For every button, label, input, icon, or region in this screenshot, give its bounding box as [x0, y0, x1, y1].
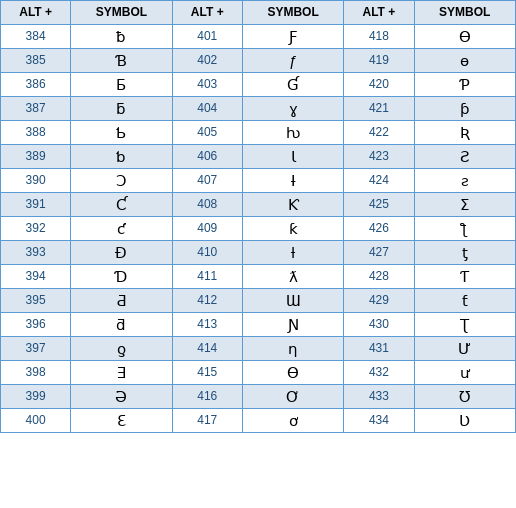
symbol-cell: ɣ [242, 97, 343, 121]
alt-code-cell: 386 [1, 73, 71, 97]
symbol-cell: ƕ [242, 121, 343, 145]
table-row: 390Ɔ407Ɨ424ƨ [1, 169, 516, 193]
alt-code-cell: 395 [1, 289, 71, 313]
alt-symbol-table: ALT +SYMBOLALT +SYMBOLALT +SYMBOL 384ƀ40… [0, 0, 516, 433]
alt-code-cell: 431 [344, 337, 414, 361]
column-header-4: ALT + [344, 1, 414, 25]
symbol-cell: Ư [414, 337, 516, 361]
alt-code-cell: 398 [1, 361, 71, 385]
alt-code-cell: 389 [1, 145, 71, 169]
alt-code-cell: 384 [1, 25, 71, 49]
table-row: 399Ə416Ơ433Ʊ [1, 385, 516, 409]
symbol-cell: ƅ [71, 145, 172, 169]
table-row: 388Ƅ405ƕ422Ʀ [1, 121, 516, 145]
symbol-cell: Ʃ [414, 193, 516, 217]
alt-code-cell: 405 [172, 121, 242, 145]
symbol-cell: Ɨ [242, 169, 343, 193]
alt-code-cell: 397 [1, 337, 71, 361]
table-row: 393Ɖ410ƚ427ƫ [1, 241, 516, 265]
symbol-cell: ƀ [71, 25, 172, 49]
alt-code-cell: 414 [172, 337, 242, 361]
symbol-cell: Ƃ [71, 73, 172, 97]
column-header-0: ALT + [1, 1, 71, 25]
symbol-cell: Ɯ [242, 289, 343, 313]
column-header-1: SYMBOL [71, 1, 172, 25]
table-row: 398Ǝ415Ɵ432ư [1, 361, 516, 385]
symbol-cell: Ʀ [414, 121, 516, 145]
alt-code-cell: 388 [1, 121, 71, 145]
alt-code-cell: 392 [1, 217, 71, 241]
table-row: 392ƈ409ƙ426ƪ [1, 217, 516, 241]
table-row: 389ƅ406Ɩ423Ƨ [1, 145, 516, 169]
symbol-cell: Ƅ [71, 121, 172, 145]
symbol-cell: Ƒ [242, 25, 343, 49]
alt-code-cell: 417 [172, 409, 242, 433]
alt-code-cell: 393 [1, 241, 71, 265]
symbol-cell: Ʋ [414, 409, 516, 433]
table-row: 391Ƈ408Ƙ425Ʃ [1, 193, 516, 217]
symbol-cell: Ƨ [414, 145, 516, 169]
alt-code-cell: 391 [1, 193, 71, 217]
alt-code-cell: 420 [344, 73, 414, 97]
alt-code-cell: 402 [172, 49, 242, 73]
symbol-cell: Ɓ [71, 49, 172, 73]
symbol-cell: Ơ [242, 385, 343, 409]
alt-code-cell: 428 [344, 265, 414, 289]
symbol-cell: Ɲ [242, 313, 343, 337]
alt-code-cell: 394 [1, 265, 71, 289]
table-row: 395Ƌ412Ɯ429ƭ [1, 289, 516, 313]
table-row: 396ƌ413Ɲ430Ʈ [1, 313, 516, 337]
alt-code-cell: 434 [344, 409, 414, 433]
alt-code-cell: 422 [344, 121, 414, 145]
table-row: 397ƍ414ƞ431Ư [1, 337, 516, 361]
alt-code-cell: 418 [344, 25, 414, 49]
table-row: 400Ɛ417ơ434Ʋ [1, 409, 516, 433]
symbol-cell: Ɔ [71, 169, 172, 193]
alt-code-cell: 387 [1, 97, 71, 121]
symbol-cell: ƙ [242, 217, 343, 241]
symbol-cell: ƃ [71, 97, 172, 121]
alt-code-cell: 415 [172, 361, 242, 385]
symbol-cell: ƍ [71, 337, 172, 361]
symbol-cell: Ƭ [414, 265, 516, 289]
symbol-cell: Ɵ [242, 361, 343, 385]
alt-code-cell: 413 [172, 313, 242, 337]
alt-code-cell: 412 [172, 289, 242, 313]
alt-code-cell: 424 [344, 169, 414, 193]
symbol-cell: ƛ [242, 265, 343, 289]
symbol-cell: ɵ [414, 49, 516, 73]
symbol-cell: Ɛ [71, 409, 172, 433]
symbol-cell: Ƙ [242, 193, 343, 217]
alt-code-cell: 400 [1, 409, 71, 433]
alt-code-cell: 430 [344, 313, 414, 337]
alt-code-cell: 403 [172, 73, 242, 97]
alt-code-cell: 423 [344, 145, 414, 169]
alt-code-cell: 409 [172, 217, 242, 241]
symbol-cell: Ə [71, 385, 172, 409]
symbol-cell: ƞ [242, 337, 343, 361]
symbol-cell: ƫ [414, 241, 516, 265]
symbol-cell: Ƈ [71, 193, 172, 217]
column-header-3: SYMBOL [242, 1, 343, 25]
alt-code-cell: 426 [344, 217, 414, 241]
table-row: 385Ɓ402ƒ419ɵ [1, 49, 516, 73]
table-row: 394Ɗ411ƛ428Ƭ [1, 265, 516, 289]
symbol-cell: Ɗ [71, 265, 172, 289]
column-header-5: SYMBOL [414, 1, 516, 25]
alt-code-cell: 421 [344, 97, 414, 121]
alt-code-cell: 433 [344, 385, 414, 409]
symbol-cell: Ǝ [71, 361, 172, 385]
table-row: 386Ƃ403Ɠ420Ƥ [1, 73, 516, 97]
symbol-cell: Ɖ [71, 241, 172, 265]
symbol-cell: Ɩ [242, 145, 343, 169]
symbol-cell: Ʊ [414, 385, 516, 409]
symbol-cell: Ʈ [414, 313, 516, 337]
column-header-2: ALT + [172, 1, 242, 25]
symbol-cell: ƌ [71, 313, 172, 337]
symbol-cell: ƭ [414, 289, 516, 313]
alt-code-cell: 385 [1, 49, 71, 73]
alt-code-cell: 407 [172, 169, 242, 193]
table-row: 384ƀ401Ƒ418Ɵ [1, 25, 516, 49]
table-row: 387ƃ404ɣ421ƥ [1, 97, 516, 121]
alt-code-cell: 390 [1, 169, 71, 193]
